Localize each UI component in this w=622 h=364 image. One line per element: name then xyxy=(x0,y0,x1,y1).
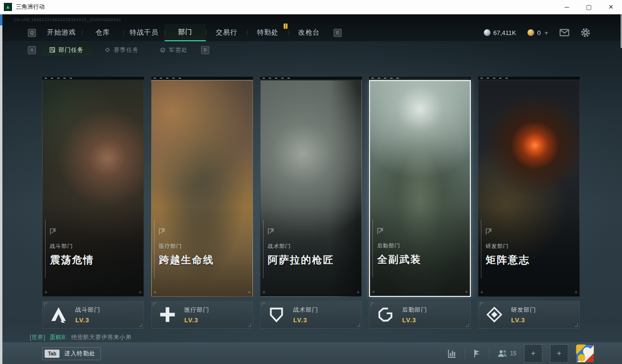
mission-card-grid: 战斗部门 震荡危情 ++ 战斗部门 LV.3 xyxy=(42,77,580,329)
background-window-edge xyxy=(0,14,2,364)
sub-nav: A 部门任务 赛季任务 军需处 D xyxy=(28,44,209,56)
chat-message[interactable]: [世界] 蛋糕8: 绝密航天赛伊将来小弟 xyxy=(30,333,131,341)
gear-icon xyxy=(581,28,590,37)
dept-level: LV.3 xyxy=(293,317,318,324)
bottom-bar: Tab 进入特勤处 15 + + xyxy=(0,342,622,364)
bar-chart-icon xyxy=(447,349,457,358)
new-item-badge xyxy=(284,23,287,29)
combat-dept-icon xyxy=(48,305,69,325)
topup-plus: + xyxy=(544,29,548,36)
tab-keyhint: Tab xyxy=(45,350,60,358)
card-top-strip xyxy=(478,77,580,80)
card-title: 震荡危情 xyxy=(50,253,94,267)
bottom-right-cluster: 15 + + xyxy=(447,344,622,363)
mission-card-image[interactable]: 战术部门 阿萨拉的枪匠 ++ xyxy=(260,80,362,297)
card-top-strip xyxy=(42,77,144,80)
premium-currency[interactable]: 0 + xyxy=(527,29,548,36)
user-avatar[interactable] xyxy=(576,344,594,363)
mail-icon xyxy=(560,29,569,36)
card-dept-label: 后勤部门 xyxy=(377,242,421,249)
card-title: 阿萨拉的枪匠 xyxy=(268,253,334,267)
people-icon xyxy=(497,349,508,358)
dept-name: 医疗部门 xyxy=(184,306,209,314)
report-button[interactable] xyxy=(473,349,481,358)
flag-icon xyxy=(473,349,481,358)
dept-level: LV.3 xyxy=(184,317,209,324)
online-count: 15 xyxy=(510,350,516,357)
dept-name: 后勤部门 xyxy=(402,306,427,314)
dept-name: 战术部门 xyxy=(293,306,318,314)
chat-channel: [世界] xyxy=(30,334,46,341)
card-title: 全副武装 xyxy=(377,253,421,266)
close-button[interactable]: ✕ xyxy=(600,0,622,14)
dept-level: LV.3 xyxy=(402,317,427,324)
add-slot-button-1[interactable]: + xyxy=(524,344,542,363)
mission-card-tactical: 战术部门 阿萨拉的枪匠 ++ 战术部门 LV.3 xyxy=(260,77,362,329)
card-title: 跨越生命线 xyxy=(159,253,214,267)
subtab-season-tasks[interactable]: 赛季任务 xyxy=(97,44,146,56)
dept-name: 研发部门 xyxy=(511,306,536,314)
dept-info-bar: 战术部门 LV.3 xyxy=(260,301,362,329)
dept-tasks-icon xyxy=(49,47,55,53)
tab-trading-post[interactable]: 交易行 xyxy=(206,24,247,41)
stats-button[interactable] xyxy=(447,349,457,358)
dept-level: LV.3 xyxy=(75,317,100,324)
main-nav: Q 开始游戏 仓库 特战干员 部门 交易行 特勤处 改枪台 E 67,411K xyxy=(0,24,622,41)
dept-info-bar: 战斗部门 LV.3 xyxy=(42,301,144,329)
tab-department[interactable]: 部门 xyxy=(165,24,206,41)
expand-icon xyxy=(377,228,384,235)
tab-warehouse[interactable]: 仓库 xyxy=(82,24,123,41)
card-dept-label: 战术部门 xyxy=(268,243,334,250)
dept-level: LV.3 xyxy=(511,317,536,324)
mail-button[interactable] xyxy=(560,29,569,36)
card-dept-label: 医疗部门 xyxy=(159,243,214,250)
window-title: 三角洲行动 xyxy=(16,3,45,11)
dept-info-bar: 医疗部门 LV.3 xyxy=(151,301,253,329)
add-slot-button-2[interactable]: + xyxy=(550,344,568,363)
expand-icon xyxy=(486,228,492,235)
player-uid: CN.UID:186612215610228391515_20260408204… xyxy=(0,14,622,24)
chat-username: 蛋糕8: xyxy=(50,334,67,341)
quartermaster-icon xyxy=(160,47,166,53)
chat-text: 绝密航天赛伊将来小弟 xyxy=(71,334,131,341)
minimize-button[interactable]: ─ xyxy=(556,0,578,14)
tab-special-service[interactable]: 特勤处 xyxy=(247,24,288,41)
primary-currency[interactable]: 67,411K xyxy=(484,29,516,36)
subtab-quartermaster[interactable]: 军需处 xyxy=(152,44,195,56)
app-window: ▲ 三角洲行动 ─ ▢ ✕ CN.UID:1866122156102283915… xyxy=(0,0,622,364)
plus-icon: + xyxy=(557,349,561,358)
next-subtab-keyhint: D xyxy=(201,46,209,54)
mission-card-image[interactable]: 研发部门 矩阵意志 ++ xyxy=(478,80,580,297)
mission-card-rnd: 研发部门 矩阵意志 ++ 研发部门 LV.3 xyxy=(478,77,580,329)
maximize-button[interactable]: ▢ xyxy=(578,0,600,14)
expand-icon xyxy=(50,228,57,235)
settings-button[interactable] xyxy=(581,28,590,37)
top-header: CN.UID:186612215610228391515_20260408204… xyxy=(0,14,622,41)
mission-card-image-selected[interactable]: 后勤部门 全副武装 ++ xyxy=(369,80,471,297)
top-right-cluster: 67,411K 0 + xyxy=(484,24,622,41)
tab-start-game[interactable]: 开始游戏 xyxy=(41,24,82,41)
mission-card-logistics: 后勤部门 全副武装 ++ 后勤部门 LV.3 xyxy=(369,77,471,329)
tab-operators[interactable]: 特战干员 xyxy=(123,24,165,41)
enter-special-service-button[interactable]: Tab 进入特勤处 xyxy=(42,347,101,360)
mission-card-image[interactable]: 战斗部门 震荡危情 ++ xyxy=(42,80,144,297)
card-top-strip xyxy=(151,77,253,80)
expand-icon xyxy=(268,228,275,235)
gold-coin-icon xyxy=(527,29,534,36)
rnd-dept-icon xyxy=(484,305,504,325)
mission-card-image[interactable]: 医疗部门 跨越生命线 ++ xyxy=(151,80,253,297)
social-button[interactable]: 15 xyxy=(497,349,516,358)
prev-subtab-keyhint: A xyxy=(28,46,36,54)
card-top-strip xyxy=(260,77,362,80)
subtab-department-tasks[interactable]: 部门任务 xyxy=(42,44,91,56)
card-dept-label: 战斗部门 xyxy=(50,243,94,250)
dept-name: 战斗部门 xyxy=(75,306,100,314)
mission-card-medical: 医疗部门 跨越生命线 ++ 医疗部门 LV.3 xyxy=(151,77,253,329)
plus-icon: + xyxy=(531,349,535,358)
mission-card-combat: 战斗部门 震荡危情 ++ 战斗部门 LV.3 xyxy=(42,77,144,329)
tactical-dept-icon xyxy=(266,305,287,325)
next-tab-keyhint: E xyxy=(334,29,342,37)
card-title: 矩阵意志 xyxy=(486,253,530,267)
tab-gunsmith[interactable]: 改枪台 xyxy=(288,24,330,41)
logistics-dept-icon xyxy=(375,305,395,325)
